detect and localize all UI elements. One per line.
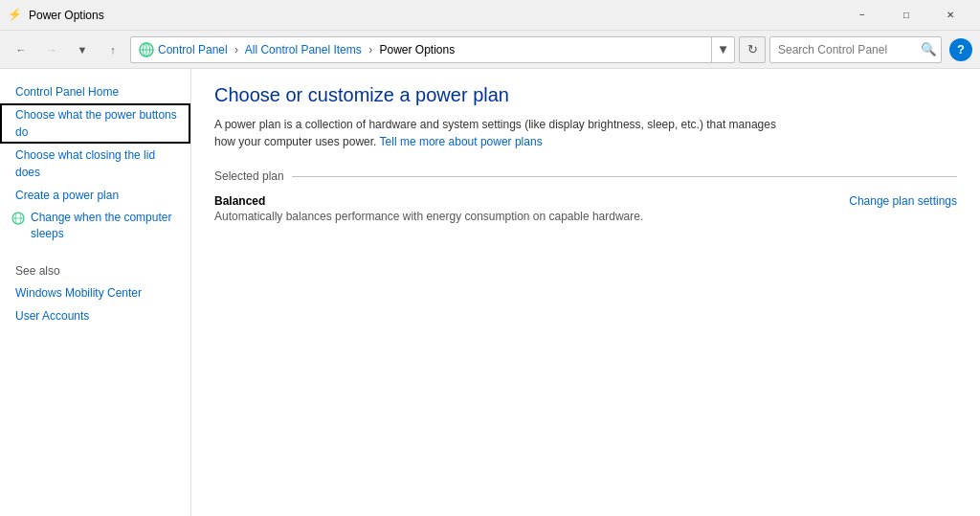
address-sep-2: ›: [368, 43, 372, 56]
plan-info: Balanced Automatically balances performa…: [214, 194, 849, 223]
see-also-label: See also: [0, 245, 190, 281]
search-button[interactable]: 🔍: [917, 38, 940, 61]
address-bar: Control Panel › All Control Panel Items …: [130, 36, 735, 63]
minimize-button[interactable]: −: [840, 0, 884, 31]
search-input[interactable]: [769, 36, 942, 63]
sidebar-item-sleep[interactable]: Change when the computer sleeps: [0, 207, 190, 245]
content-area: Choose or customize a power plan A power…: [191, 69, 980, 516]
window-title: Power Options: [29, 9, 840, 22]
maximize-button[interactable]: □: [884, 0, 928, 31]
plan-name: Balanced: [214, 194, 849, 208]
sidebar-item-user-accounts[interactable]: User Accounts: [0, 304, 190, 327]
title-bar: ⚡ Power Options − □ ✕: [0, 0, 980, 31]
sidebar-item-power-buttons[interactable]: Choose what the power buttons do: [0, 103, 190, 144]
selected-plan-label: Selected plan: [214, 169, 284, 183]
navigation-bar: ← → ▼ ↑ Control Panel › All Control Pane…: [0, 31, 980, 69]
address-sep-1: ›: [234, 43, 238, 56]
address-dropdown-button[interactable]: ▼: [711, 36, 734, 63]
help-button[interactable]: ?: [949, 38, 972, 61]
sidebar-item-lid[interactable]: Choose what closing the lid does: [0, 144, 190, 184]
change-plan-link[interactable]: Change plan settings: [849, 194, 957, 208]
refresh-button[interactable]: ↻: [739, 36, 766, 63]
sidebar-item-mobility[interactable]: Windows Mobility Center: [0, 281, 190, 304]
sidebar: Control Panel Home Choose what the power…: [0, 69, 191, 516]
globe-icon: [11, 212, 25, 225]
address-part-1[interactable]: Control Panel: [158, 43, 228, 56]
divider-line: [292, 176, 957, 177]
address-part-2[interactable]: All Control Panel Items: [245, 43, 362, 56]
address-part-3: Power Options: [379, 43, 455, 56]
selected-plan-divider: Selected plan: [214, 169, 957, 183]
sidebar-item-control-panel-home[interactable]: Control Panel Home: [0, 80, 190, 103]
up-button[interactable]: ↑: [100, 36, 126, 63]
close-button[interactable]: ✕: [928, 0, 972, 31]
forward-button[interactable]: →: [38, 36, 65, 63]
search-wrap: 🔍: [769, 36, 942, 63]
page-title: Choose or customize a power plan: [214, 84, 957, 106]
address-text: Control Panel › All Control Panel Items …: [158, 43, 707, 56]
learn-more-link[interactable]: Tell me more about power plans: [380, 135, 543, 148]
content-description: A power plan is a collection of hardware…: [214, 116, 789, 150]
recent-locations-button[interactable]: ▼: [69, 36, 96, 63]
sidebar-item-create-plan[interactable]: Create a power plan: [0, 184, 190, 207]
plan-description: Automatically balances performance with …: [214, 210, 849, 223]
window-controls: − □ ✕: [840, 0, 972, 31]
app-icon: ⚡: [8, 8, 23, 23]
sleep-link-label: Change when the computer sleeps: [31, 210, 179, 242]
back-button[interactable]: ←: [8, 36, 34, 63]
address-icon: [139, 42, 154, 57]
main-area: Control Panel Home Choose what the power…: [0, 69, 980, 516]
plan-row: Balanced Automatically balances performa…: [214, 194, 957, 223]
